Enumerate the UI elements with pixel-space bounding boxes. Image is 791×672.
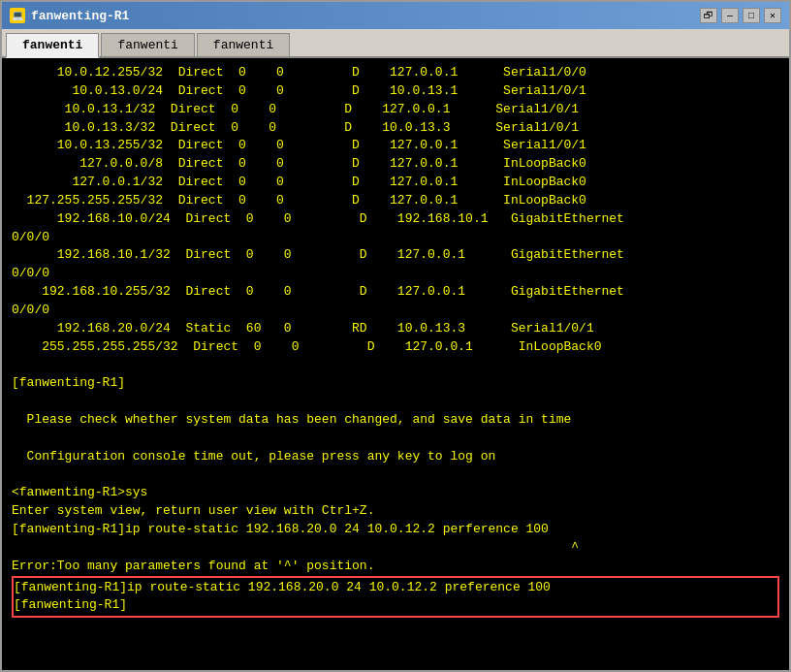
main-window: 💻 fanwenting-R1 🗗 — □ ✕ fanwenti fanwent… xyxy=(0,0,791,672)
close-button[interactable]: ✕ xyxy=(764,8,781,23)
tab-bar: fanwenti fanwenti fanwenti xyxy=(2,29,789,58)
minimize-button[interactable]: — xyxy=(721,8,739,23)
restore-button[interactable]: 🗗 xyxy=(700,8,717,23)
terminal-area[interactable]: 10.0.12.255/32 Direct 0 0 D 127.0.0.1 Se… xyxy=(2,58,789,670)
app-icon: 💻 xyxy=(10,8,25,23)
terminal-content: 10.0.12.255/32 Direct 0 0 D 127.0.0.1 Se… xyxy=(12,64,779,618)
maximize-button[interactable]: □ xyxy=(743,8,760,23)
highlighted-input: [fanwenting-R1]ip route-static 192.168.2… xyxy=(12,576,779,619)
tab-2[interactable]: fanwenti xyxy=(101,33,194,56)
window-title: fanwenting-R1 xyxy=(31,9,129,23)
routing-table: 10.0.12.255/32 Direct 0 0 D 127.0.0.1 Se… xyxy=(12,64,779,576)
tab-3[interactable]: fanwenti xyxy=(197,33,290,56)
tab-1[interactable]: fanwenti xyxy=(6,33,99,58)
title-controls: 🗗 — □ ✕ xyxy=(700,8,781,23)
title-bar: 💻 fanwenting-R1 🗗 — □ ✕ xyxy=(2,2,789,29)
title-bar-left: 💻 fanwenting-R1 xyxy=(10,8,129,23)
